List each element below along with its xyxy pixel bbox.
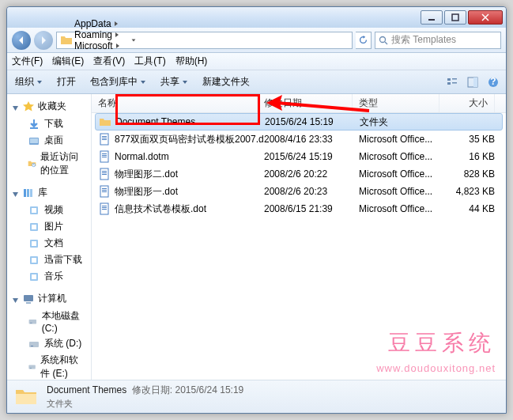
sidebar-label: 计算机 [38, 292, 66, 305]
menu-view[interactable]: 查看(V) [93, 55, 125, 68]
svg-rect-50 [102, 155, 107, 156]
svg-rect-45 [102, 136, 107, 137]
svg-text:?: ? [490, 77, 496, 87]
help-button[interactable]: ? [485, 74, 501, 90]
svg-rect-29 [26, 302, 31, 304]
item-label: 系统 (D:) [44, 337, 81, 350]
minimize-button[interactable] [421, 10, 443, 25]
svg-rect-34 [28, 365, 35, 369]
svg-rect-3 [447, 78, 451, 81]
sidebar-libraries[interactable]: 库 [7, 184, 91, 202]
svg-rect-62 [102, 207, 107, 208]
item-label: 音乐 [44, 270, 63, 283]
file-row[interactable]: Document Themes2015/6/24 15:19文件夹 [95, 113, 503, 131]
file-row[interactable]: Normal.dotm2015/6/24 15:19Microsoft Offi… [92, 148, 506, 165]
item-label: 桌面 [44, 134, 63, 147]
sidebar-item[interactable]: 文档 [7, 235, 91, 252]
item-label: 视频 [44, 203, 63, 217]
col-date[interactable]: 修改日期 [258, 94, 353, 112]
sidebar-item[interactable]: 系统 (D:) [7, 335, 91, 352]
toolbar: 组织 打开 包含到库中 共享 新建文件夹 ? [7, 70, 506, 94]
file-date: 2015/6/24 15:19 [265, 116, 360, 127]
breadcrumb-segment[interactable]: Microsoft [73, 40, 129, 51]
menu-file[interactable]: 文件(F) [12, 55, 43, 68]
svg-rect-21 [32, 225, 36, 229]
view-options-button[interactable] [444, 74, 460, 90]
svg-rect-23 [32, 241, 36, 246]
file-date: 2008/2/6 20:22 [264, 168, 359, 180]
sidebar-item[interactable]: 图片 [7, 218, 91, 235]
sidebar-favorites[interactable]: 收藏夹 [7, 97, 91, 115]
search-input[interactable]: 搜索 Templates [375, 32, 501, 49]
breadcrumb-segment[interactable]: Roaming [73, 29, 129, 40]
refresh-button[interactable] [356, 32, 372, 49]
close-button[interactable] [468, 10, 503, 25]
item-label: 系统和软件 (E:) [40, 354, 86, 380]
svg-rect-28 [24, 295, 33, 301]
status-date-label: 修改日期: [132, 384, 172, 395]
svg-rect-13 [30, 138, 38, 143]
sidebar-computer[interactable]: 计算机 [7, 289, 91, 308]
forward-button[interactable] [34, 31, 53, 50]
organize-button[interactable]: 组织 [12, 74, 46, 90]
maximize-button[interactable] [444, 10, 466, 25]
file-date: 2015/6/24 15:19 [264, 151, 359, 162]
col-type[interactable]: 类型 [353, 94, 439, 112]
file-name: 877双面双页码密封试卷模板2007.dotx [115, 133, 264, 146]
svg-rect-49 [102, 153, 107, 154]
star-icon [22, 100, 35, 113]
svg-rect-16 [27, 189, 29, 197]
svg-rect-27 [32, 274, 36, 279]
back-button[interactable] [12, 31, 31, 50]
svg-rect-31 [30, 323, 32, 324]
col-name[interactable]: 名称 [92, 94, 258, 112]
file-size: 828 KB [446, 168, 501, 180]
sidebar-item[interactable]: 桌面 [7, 132, 91, 149]
file-name: Document Themes [115, 116, 195, 127]
file-type: Microsoft Office... [359, 186, 446, 197]
newfolder-button[interactable]: 新建文件夹 [199, 74, 253, 90]
content-area: 收藏夹 下载桌面最近访问的位置 库 视频图片文档迅雷下载音乐 计算机 本地磁盘 [7, 94, 506, 380]
svg-rect-47 [102, 139, 107, 140]
sidebar-item[interactable]: 视频 [7, 202, 91, 218]
file-row[interactable]: 物理图形一.dot2008/2/6 20:23Microsoft Office.… [92, 183, 506, 200]
item-icon [28, 271, 40, 283]
sidebar-item[interactable]: 音乐 [7, 268, 91, 285]
sidebar-item[interactable]: 下载 [7, 115, 91, 132]
preview-pane-button[interactable] [465, 74, 481, 90]
file-list[interactable]: Document Themes2015/6/24 15:19文件夹877双面双页… [92, 113, 506, 380]
col-size[interactable]: 大小 [439, 94, 495, 112]
share-button[interactable]: 共享 [157, 74, 191, 90]
file-size: 4,823 KB [446, 186, 501, 197]
file-name: 信息技术试卷模板.dot [115, 202, 206, 216]
svg-rect-54 [102, 172, 107, 173]
svg-rect-57 [102, 188, 107, 189]
svg-rect-58 [102, 190, 107, 191]
svg-rect-11 [30, 127, 38, 129]
sidebar-item[interactable]: 迅雷下载 [7, 252, 91, 268]
file-date: 2008/2/6 20:23 [264, 186, 359, 197]
file-type: 文件夹 [360, 115, 447, 129]
include-button[interactable]: 包含到库中 [87, 74, 149, 90]
breadcrumb-segment[interactable]: AppData [73, 18, 129, 29]
file-type: Microsoft Office... [359, 168, 446, 180]
sidebar-item[interactable]: 系统和软件 (E:) [7, 352, 91, 380]
svg-rect-6 [452, 82, 457, 84]
navigation-pane[interactable]: 收藏夹 下载桌面最近访问的位置 库 视频图片文档迅雷下载音乐 计算机 本地磁盘 [7, 94, 92, 380]
file-row[interactable]: 信息技术试卷模板.dot2008/6/15 21:39Microsoft Off… [92, 200, 506, 218]
search-icon [379, 36, 388, 45]
open-button[interactable]: 打开 [54, 74, 79, 90]
item-icon [28, 237, 40, 250]
address-bar[interactable]: AppDataRoamingMicrosoftTemplates [56, 32, 353, 49]
file-row[interactable]: 877双面双页码密封试卷模板2007.dotx2008/4/16 23:33Mi… [92, 131, 506, 148]
details-pane: Document Themes 修改日期: 2015/6/24 15:19 文件… [7, 380, 506, 413]
menu-help[interactable]: 帮助(H) [175, 55, 208, 68]
menu-tools[interactable]: 工具(T) [134, 55, 165, 68]
file-name: Normal.dotm [115, 151, 169, 162]
item-icon [28, 118, 40, 131]
sidebar-item[interactable]: 本地磁盘 (C:) [7, 308, 91, 335]
menu-edit[interactable]: 编辑(E) [52, 55, 84, 68]
item-icon [28, 316, 38, 328]
sidebar-item[interactable]: 最近访问的位置 [7, 149, 91, 179]
file-row[interactable]: 物理图形二.dot2008/2/6 20:22Microsoft Office.… [92, 165, 506, 183]
